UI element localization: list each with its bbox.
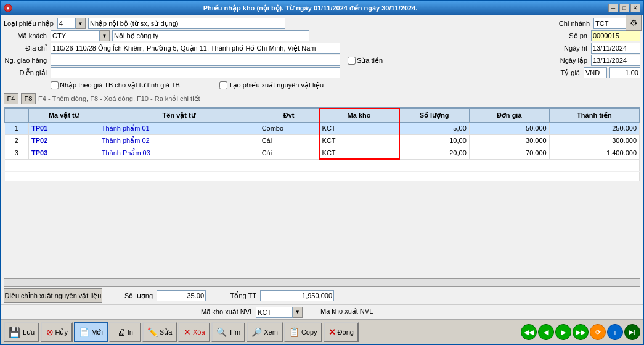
xem-label: Xem: [264, 328, 278, 336]
data-table-wrapper: Mã vật tư Tên vật tư Đvt Mã kho Số lượng…: [4, 107, 640, 181]
moi-label: Mới: [91, 328, 103, 336]
horizontal-scrollbar[interactable]: [4, 278, 640, 287]
table-row[interactable]: 3 TP03 Thành Phẩm 03 Cái KCT 20,00 70.00…: [5, 147, 640, 159]
data-table: Mã vật tư Tên vật tư Đvt Mã kho Số lượng…: [4, 108, 640, 181]
f8-button[interactable]: F8: [21, 93, 36, 104]
ty-gia-currency-input[interactable]: [584, 67, 607, 78]
cell-tenvt-2: Thành phẩm 02: [99, 134, 259, 147]
cell-mavt-3: TP03: [28, 147, 99, 159]
sua-tien-checkbox[interactable]: [348, 57, 356, 65]
col-header-thanhtien: Thành tiền: [549, 108, 639, 122]
ng-giao-hang-label: Ng. giao hàng: [4, 57, 48, 64]
table-row-empty: [5, 171, 640, 181]
xoa-button[interactable]: ✕ Xóa: [178, 322, 210, 342]
sua-button[interactable]: ✏️ Sửa: [142, 322, 177, 342]
cell-thanhtien-3: 1.400.000: [549, 147, 639, 159]
cell-soluong-3: 20,00: [399, 147, 470, 159]
tong-tt-label: Tổng TT: [213, 292, 258, 300]
nav-next-button[interactable]: ▶: [555, 324, 571, 340]
tim-button[interactable]: 🔍 Tìm: [211, 322, 245, 342]
minimize-button[interactable]: ─: [608, 4, 618, 12]
ngay-lap-input[interactable]: [591, 55, 640, 66]
maximize-button[interactable]: □: [619, 4, 629, 12]
form-row-6: Nhập theo giá TB cho vật tư tính giá TB …: [4, 79, 640, 91]
cell-makho-3: KCT: [319, 147, 399, 159]
col-header-makho: Mã kho: [319, 108, 399, 122]
moi-icon: 📄: [79, 327, 89, 337]
dien-giai-label: Diễn giải: [4, 69, 48, 77]
huy-icon: ⊗: [46, 327, 54, 337]
in-icon: 🖨: [117, 327, 126, 337]
toolbar: F4 F8 F4 - Thêm dòng, F8 - Xoá dòng, F10…: [4, 92, 640, 105]
so-pn-input[interactable]: [591, 30, 640, 41]
ty-gia-value-input[interactable]: [609, 67, 640, 78]
close-button[interactable]: ✕: [630, 4, 640, 12]
loai-phieu-label: Loại phiếu nhập: [4, 20, 55, 28]
main-window: ● Phiếu nhập kho (nội bộ). Từ ngày 01/11…: [0, 0, 644, 345]
so-pn-label: Số pn: [544, 32, 589, 40]
cell-dongia-1: 50.000: [469, 122, 549, 134]
xoa-label: Xóa: [193, 328, 205, 336]
nav-last-button[interactable]: ▶▶: [573, 324, 589, 340]
ng-giao-hang-input[interactable]: [51, 55, 340, 66]
chi-nhanh-input[interactable]: [593, 18, 630, 29]
cell-soluong-2: 10,00: [399, 134, 470, 147]
form-row-4: Ng. giao hàng Sửa tiền Ngày lập: [4, 54, 640, 67]
moi-button[interactable]: 📄 Mới: [74, 322, 108, 342]
dieu-chinh-button[interactable]: Điều chỉnh xuất nguyên vật liệu: [4, 288, 102, 303]
cell-stt-3: 3: [5, 147, 29, 159]
nav-first-button[interactable]: ◀◀: [521, 324, 537, 340]
tao-phieu-checkbox[interactable]: [219, 81, 227, 89]
cell-tenvt-3: Thành Phẩm 03: [99, 147, 259, 159]
f4-button[interactable]: F4: [4, 93, 18, 104]
loai-phieu-text-input[interactable]: [88, 18, 285, 29]
cell-soluong-1: 5,00: [399, 122, 470, 134]
nhap-theo-gia-checkbox[interactable]: [51, 81, 59, 89]
xem-button[interactable]: 🔎 Xem: [247, 322, 283, 342]
so-luong-input[interactable]: [157, 290, 206, 301]
in-button[interactable]: 🖨 In: [109, 322, 141, 342]
tong-tt-input[interactable]: [260, 290, 334, 301]
nav-info-button[interactable]: i: [607, 324, 623, 340]
dia-chi-input[interactable]: [51, 43, 340, 54]
copy-button[interactable]: 📋 Copy: [284, 322, 322, 342]
nav-end-button[interactable]: ▶|: [624, 324, 640, 340]
dien-giai-input[interactable]: [51, 67, 340, 78]
ma-kho-xuat-dropdown[interactable]: ▼: [293, 307, 303, 318]
ma-kho-xuat-label: Mã kho xuất NVL: [320, 307, 374, 315]
ngay-ht-input[interactable]: [591, 43, 640, 54]
ma-khach-label: Mã khách: [4, 32, 48, 39]
loai-phieu-input[interactable]: [57, 18, 76, 29]
ma-khach-text-input[interactable]: [112, 30, 309, 41]
table-row[interactable]: 1 TP01 Thành phẩm 01 Combo KCT 5,00 50.0…: [5, 122, 640, 134]
sua-tien-label-text: Sửa tiền: [357, 57, 383, 65]
col-header-mavt: Mã vật tư: [28, 108, 99, 122]
ma-khach-input[interactable]: [51, 30, 100, 41]
nav-extra-button[interactable]: ⟳: [590, 324, 606, 340]
luu-label: Lưu: [23, 328, 35, 336]
loai-phieu-combo: ▼: [57, 18, 86, 29]
ma-kho-xuat-input[interactable]: [256, 307, 293, 318]
cell-dongia-2: 30.000: [469, 134, 549, 147]
scrollbar-content: [4, 279, 640, 280]
dong-button[interactable]: ✕ Đóng: [324, 322, 359, 342]
nav-prev-button[interactable]: ◀: [538, 324, 554, 340]
settings-button[interactable]: ⚙: [626, 15, 642, 31]
cell-makho-1: KCT: [319, 122, 399, 134]
ma-kho-xuat-combo: ▼: [256, 307, 303, 318]
xem-icon: 🔎: [251, 327, 262, 337]
form-row-1: Loại phiếu nhập ▼ Chi nhánh ▼: [4, 17, 640, 30]
cell-stt-1: 1: [5, 122, 29, 134]
app-icon: ●: [4, 4, 12, 12]
tao-phieu-label: Tạo phiếu xuất nguyên vật liệu: [219, 81, 324, 89]
window-title: Phiếu nhập kho (nội bộ). Từ ngày 01/11/2…: [12, 4, 608, 12]
ngay-lap-label: Ngày lập: [544, 57, 589, 65]
ma-khach-dropdown[interactable]: ▼: [100, 30, 110, 41]
table-row[interactable]: 2 TP02 Thành phẩm 02 Cái KCT 10,00 30.00…: [5, 134, 640, 147]
luu-button[interactable]: 💾 Lưu: [4, 322, 39, 342]
loai-phieu-dropdown[interactable]: ▼: [76, 18, 86, 29]
huy-button[interactable]: ⊗ Hủy: [41, 322, 73, 342]
sua-label: Sửa: [160, 328, 172, 336]
cell-dvt-3: Cái: [259, 147, 319, 159]
toolbar-hint: F4 - Thêm dòng, F8 - Xoá dòng, F10 - Ra …: [38, 95, 200, 103]
